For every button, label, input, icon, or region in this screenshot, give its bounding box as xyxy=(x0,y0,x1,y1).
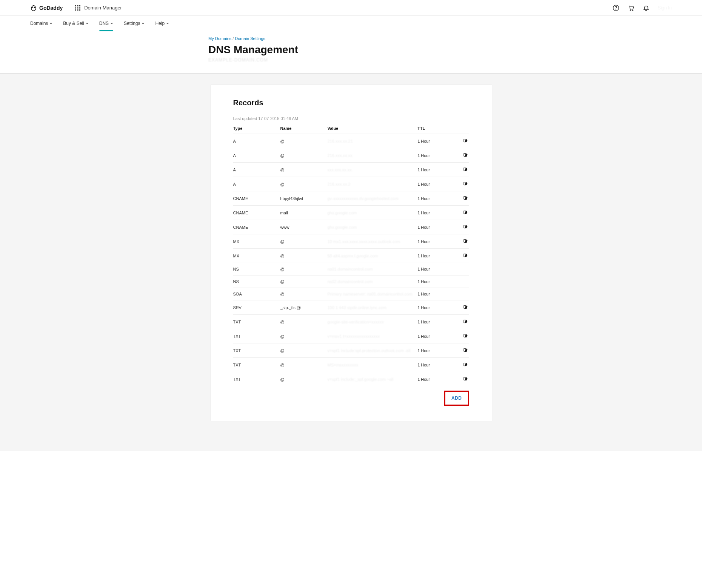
table-row: TXT@MS=msxxxxxxxx1 Hour xyxy=(233,358,469,372)
edit-icon[interactable] xyxy=(463,347,468,353)
cell-type: TXT xyxy=(233,329,280,343)
cell-value: v=spf1 include:spf.protection.outlook.co… xyxy=(328,343,418,358)
cell-value: v=spf1 include:_spf.google.com ~all xyxy=(328,372,418,386)
cell-ttl: 1 Hour xyxy=(417,372,456,386)
table-row: TXT@google-site-verification=xxxxxx1 Hou… xyxy=(233,315,469,329)
cell-type: CNAME xyxy=(233,191,280,206)
table-row: CNAMEmailghs.google.com1 Hour xyxy=(233,206,469,220)
col-name: Name xyxy=(280,126,328,134)
cart-icon[interactable] xyxy=(628,5,634,11)
cell-type: NS xyxy=(233,276,280,288)
chevron-down-icon xyxy=(86,22,89,25)
edit-icon[interactable] xyxy=(463,333,468,339)
cell-type: MX xyxy=(233,234,280,249)
nav-item-help[interactable]: Help xyxy=(155,16,169,31)
table-header-row: Type Name Value TTL xyxy=(233,126,469,134)
cell-value: 100 1 443 sipdir.online.lync.com xyxy=(328,300,418,315)
cell-name: @ xyxy=(280,249,328,263)
cell-ttl: 1 Hour xyxy=(417,276,456,288)
section-label[interactable]: Domain Manager xyxy=(84,5,122,11)
cell-value: 216.xxx.xx.2 xyxy=(328,177,418,191)
nav-item-domains[interactable]: Domains xyxy=(30,16,52,31)
cell-type: MX xyxy=(233,249,280,263)
table-row: CNAMEhbpyl43hjlwtgv-xxxxxxxxxxxx.dv.goog… xyxy=(233,191,469,206)
cell-ttl: 1 Hour xyxy=(417,220,456,234)
cell-value: google-site-verification=xxxxxx xyxy=(328,315,418,329)
records-title: Records xyxy=(233,99,469,107)
nav-item-buy-sell[interactable]: Buy & Sell xyxy=(63,16,88,31)
edit-icon[interactable] xyxy=(463,209,468,215)
brand-name: GoDaddy xyxy=(39,5,63,11)
cell-type: NS xyxy=(233,263,280,276)
cell-value: ns02.domaincontrol.com xyxy=(328,276,418,288)
edit-icon[interactable] xyxy=(463,319,468,324)
edit-icon[interactable] xyxy=(463,376,468,382)
cell-value: gv-xxxxxxxxxxxx.dv.googlehosted.com xyxy=(328,191,418,206)
chevron-down-icon xyxy=(142,22,145,25)
edit-icon[interactable] xyxy=(463,238,468,244)
top-bar: GoDaddy Domain Manager Sign In xyxy=(0,0,702,16)
col-value: Value xyxy=(328,126,418,134)
apps-grid-icon[interactable] xyxy=(75,5,80,11)
cell-edit xyxy=(456,329,469,343)
cell-ttl: 1 Hour xyxy=(417,263,456,276)
edit-icon[interactable] xyxy=(463,138,468,143)
edit-icon[interactable] xyxy=(463,152,468,158)
godaddy-logo-icon xyxy=(30,5,37,11)
cell-name: @ xyxy=(280,263,328,276)
content-area: Records Last updated 17-07-2015 01:46 AM… xyxy=(0,73,702,451)
cell-name: @ xyxy=(280,372,328,386)
brand-logo[interactable]: GoDaddy xyxy=(30,5,63,11)
cell-ttl: 1 Hour xyxy=(417,191,456,206)
nav-item-label: Buy & Sell xyxy=(63,21,84,26)
cell-ttl: 1 Hour xyxy=(417,177,456,191)
breadcrumb-link[interactable]: Domain Settings xyxy=(235,36,265,41)
bell-icon[interactable] xyxy=(643,5,650,11)
nav-item-dns[interactable]: DNS xyxy=(99,16,113,31)
col-type: Type xyxy=(233,126,280,134)
cell-ttl: 1 Hour xyxy=(417,249,456,263)
cell-name: @ xyxy=(280,358,328,372)
cell-type: A xyxy=(233,177,280,191)
edit-icon[interactable] xyxy=(463,181,468,186)
cell-edit xyxy=(456,343,469,358)
cell-name: @ xyxy=(280,288,328,300)
records-table: Type Name Value TTL A@216.xxx.xx.211 Hou… xyxy=(233,126,469,386)
help-icon[interactable] xyxy=(613,5,619,11)
nav-item-label: Domains xyxy=(30,21,48,26)
page-title: DNS Management xyxy=(208,44,578,56)
cell-value: v=msv1 t=xxxxxxxxxxxxxxxx xyxy=(328,329,418,343)
table-row: A@216.xxx.xx.211 Hour xyxy=(233,134,469,148)
edit-icon[interactable] xyxy=(463,304,468,310)
cell-type: A xyxy=(233,148,280,163)
nav-item-settings[interactable]: Settings xyxy=(124,16,145,31)
edit-icon[interactable] xyxy=(463,362,468,367)
breadcrumb-separator: / xyxy=(231,36,235,41)
cell-name: @ xyxy=(280,163,328,177)
top-right: Sign In xyxy=(613,5,672,11)
table-row: TXT@v=spf1 include:_spf.google.com ~all1… xyxy=(233,372,469,386)
edit-icon[interactable] xyxy=(463,224,468,229)
cell-value: ghs.google.com xyxy=(328,206,418,220)
cell-edit xyxy=(456,249,469,263)
cell-name: @ xyxy=(280,148,328,163)
cell-ttl: 1 Hour xyxy=(417,288,456,300)
edit-icon[interactable] xyxy=(463,195,468,201)
cell-edit xyxy=(456,177,469,191)
cell-edit xyxy=(456,276,469,288)
cell-name: www xyxy=(280,220,328,234)
table-row: NS@ns02.domaincontrol.com1 Hour xyxy=(233,276,469,288)
table-row: SRV_sip._tls.@100 1 443 sipdir.online.ly… xyxy=(233,300,469,315)
breadcrumb-link[interactable]: My Domains xyxy=(208,36,231,41)
nav-bar: DomainsBuy & SellDNSSettingsHelp xyxy=(0,16,702,31)
signin-link[interactable]: Sign In xyxy=(658,5,672,11)
edit-icon[interactable] xyxy=(463,252,468,258)
cell-ttl: 1 Hour xyxy=(417,300,456,315)
cell-edit xyxy=(456,163,469,177)
table-row: CNAMEwwwghs.google.com1 Hour xyxy=(233,220,469,234)
cell-edit xyxy=(456,234,469,249)
edit-icon[interactable] xyxy=(463,166,468,172)
svg-rect-8 xyxy=(75,9,76,11)
add-button[interactable]: ADD xyxy=(444,391,469,406)
add-row: ADD xyxy=(233,391,469,406)
